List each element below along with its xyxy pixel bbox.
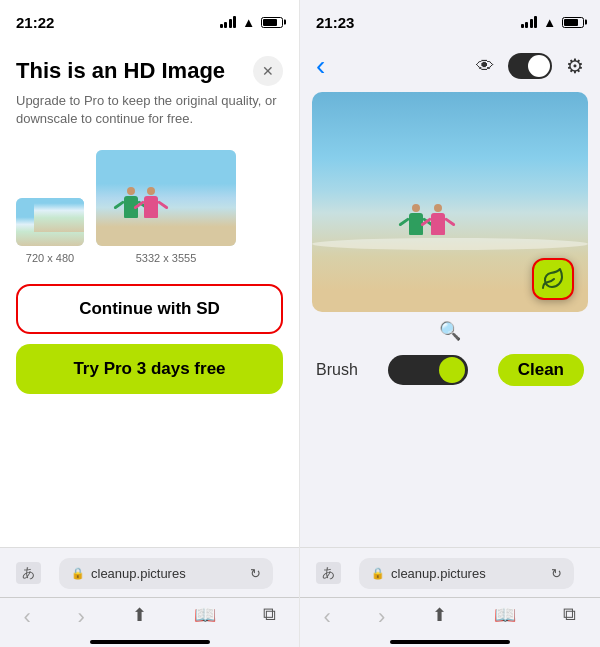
right-status-icons: ▲: [521, 15, 584, 30]
right-browser-bar: あ 🔒 cleanup.pictures ↻ ‹ › ⬆ 📖 ⧉: [300, 547, 600, 647]
close-icon: ✕: [262, 63, 274, 79]
right-nav-icons: 👁 ⚙: [476, 53, 584, 79]
left-url-bar[interactable]: 🔒 cleanup.pictures ↻: [59, 558, 273, 589]
image-options: 720 x 480: [0, 134, 299, 264]
right-back-nav-icon[interactable]: ‹: [324, 604, 331, 630]
eye-icon[interactable]: 👁: [476, 56, 494, 77]
left-status-bar: 21:22 ▲: [0, 0, 299, 44]
try-pro-button[interactable]: Try Pro 3 days free: [16, 344, 283, 394]
forward-nav-icon[interactable]: ›: [78, 604, 85, 630]
right-refresh-icon[interactable]: ↻: [551, 566, 562, 581]
hd-thumbnail[interactable]: [96, 150, 236, 246]
right-signal-icon: [521, 16, 538, 28]
right-battery-icon: [562, 17, 584, 28]
visibility-toggle[interactable]: [508, 53, 552, 79]
left-url-text: cleanup.pictures: [91, 566, 186, 581]
image-option-sd[interactable]: 720 x 480: [16, 198, 84, 264]
brush-size-toggle[interactable]: [388, 355, 468, 385]
clean-button[interactable]: Clean: [498, 354, 584, 386]
right-nav: ‹ 👁 ⚙: [300, 44, 600, 88]
left-header: This is an HD Image ✕ Upgrade to Pro to …: [0, 44, 299, 134]
sd-label: 720 x 480: [26, 252, 74, 264]
left-refresh-icon[interactable]: ↻: [250, 566, 261, 581]
tabs-nav-icon[interactable]: ⧉: [263, 604, 276, 630]
close-button[interactable]: ✕: [253, 56, 283, 86]
right-share-nav-icon[interactable]: ⬆: [432, 604, 447, 630]
water-line: [312, 238, 588, 250]
subtitle-text: Upgrade to Pro to keep the original qual…: [16, 92, 283, 128]
right-status-bar: 21:23 ▲: [300, 0, 600, 44]
toggle-knob: [528, 55, 550, 77]
left-browser-nav: ‹ › ⬆ 📖 ⧉: [0, 597, 299, 636]
left-title-row: This is an HD Image ✕: [16, 56, 283, 86]
left-browser-bar: あ 🔒 cleanup.pictures ↻ ‹ › ⬆ 📖 ⧉: [0, 547, 299, 647]
brush-clean-bar: Brush Clean: [300, 346, 600, 394]
right-kana-label[interactable]: あ: [316, 562, 341, 584]
left-kana-label[interactable]: あ: [16, 562, 41, 584]
share-nav-icon[interactable]: ⬆: [132, 604, 147, 630]
brush-toggle-knob: [439, 357, 465, 383]
right-url-bar[interactable]: 🔒 cleanup.pictures ↻: [359, 558, 574, 589]
back-nav-icon[interactable]: ‹: [23, 604, 30, 630]
right-lock-icon: 🔒: [371, 567, 385, 580]
beach-figures: [409, 204, 445, 235]
left-signal-icon: [220, 16, 237, 28]
eraser-tool-button[interactable]: [532, 258, 574, 300]
right-tabs-nav-icon[interactable]: ⧉: [563, 604, 576, 630]
left-panel: 21:22 ▲ This is an HD Image ✕ Upgrade to…: [0, 0, 300, 647]
left-battery-icon: [261, 17, 283, 28]
left-home-indicator: [90, 640, 210, 644]
right-panel: 21:23 ▲ ‹ 👁 ⚙: [300, 0, 600, 647]
left-status-icons: ▲: [220, 15, 283, 30]
main-beach-image: [312, 92, 588, 312]
person-green: [409, 204, 423, 235]
right-home-indicator: [390, 640, 510, 644]
settings-gear-icon[interactable]: ⚙: [566, 54, 584, 78]
left-lock-icon: 🔒: [71, 567, 85, 580]
image-option-hd[interactable]: 5332 x 3555: [96, 150, 236, 264]
right-forward-nav-icon[interactable]: ›: [378, 604, 385, 630]
book-nav-icon[interactable]: 📖: [194, 604, 216, 630]
zoom-icon-area: 🔍: [300, 316, 600, 346]
right-book-nav-icon[interactable]: 📖: [494, 604, 516, 630]
right-time: 21:23: [316, 14, 354, 31]
page-title: This is an HD Image: [16, 58, 225, 84]
leaf-icon: [541, 267, 565, 291]
zoom-icon[interactable]: 🔍: [439, 320, 461, 342]
brush-label: Brush: [316, 361, 358, 379]
sd-thumbnail[interactable]: [16, 198, 84, 246]
person-pink: [431, 204, 445, 235]
left-wifi-icon: ▲: [242, 15, 255, 30]
left-time: 21:22: [16, 14, 54, 31]
back-button[interactable]: ‹: [316, 50, 325, 82]
continue-sd-button[interactable]: Continue with SD: [16, 284, 283, 334]
right-wifi-icon: ▲: [543, 15, 556, 30]
hd-label: 5332 x 3555: [136, 252, 197, 264]
right-browser-nav: ‹ › ⬆ 📖 ⧉: [300, 597, 600, 636]
right-url-text: cleanup.pictures: [391, 566, 486, 581]
